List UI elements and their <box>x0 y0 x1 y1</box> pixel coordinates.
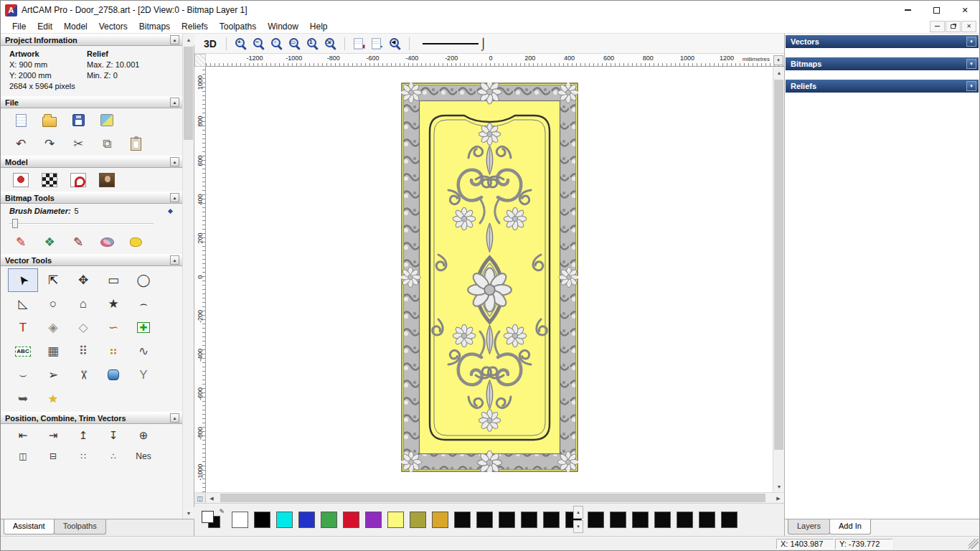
measure-icon[interactable]: ◇ <box>68 316 98 339</box>
bitmaps-panel-header[interactable]: Bitmaps ▼ <box>786 57 979 70</box>
create-polygon-icon[interactable]: ⌂ <box>68 292 98 316</box>
colour-swatch[interactable] <box>588 512 604 528</box>
colour-palette-icon[interactable] <box>97 233 117 252</box>
paint-selective-icon[interactable]: ❖ <box>39 233 60 252</box>
paste-along-curve-icon[interactable]: ⠶ <box>98 339 128 363</box>
colour-swatch[interactable] <box>721 512 738 528</box>
menu-toolpaths[interactable]: Toolpaths <box>214 20 262 33</box>
block-copy-icon[interactable]: ⠿ <box>68 339 98 363</box>
menu-edit[interactable]: Edit <box>32 20 58 33</box>
wrap-star-icon[interactable]: ★ <box>38 387 68 410</box>
scroll-down-button[interactable]: ▼ <box>183 507 194 519</box>
colour-swatch[interactable] <box>321 512 337 528</box>
text-on-curve-icon[interactable]: ∽ <box>98 316 128 339</box>
fit-spline-icon[interactable]: Y <box>128 363 159 387</box>
zoom-1to1-icon[interactable]: 1 <box>304 36 321 52</box>
align-right-icon[interactable]: ⇥ <box>38 425 68 445</box>
colour-swatch[interactable] <box>276 512 293 528</box>
slider-thumb[interactable] <box>12 219 18 228</box>
menu-model[interactable]: Model <box>58 20 93 33</box>
colour-swatch[interactable] <box>699 512 715 528</box>
vectors-panel-header[interactable]: Vectors ▼ <box>786 35 979 48</box>
canvas-horizontal-scrollbar[interactable]: ◀ ▶ <box>206 493 784 503</box>
colour-swatch[interactable] <box>632 512 649 528</box>
node-editing-icon[interactable]: ⇱ <box>38 268 68 292</box>
canvas-viewport[interactable] <box>206 67 773 492</box>
mdi-minimize-button[interactable] <box>930 21 945 32</box>
previous-layer-icon[interactable]: ◀ <box>351 36 367 52</box>
zoom-fit-icon[interactable]: ⇲ <box>322 36 339 52</box>
undo-icon[interactable]: ↶ <box>11 135 31 154</box>
collapse-section-button[interactable]: ▲ <box>170 255 179 265</box>
create-ellipse-icon[interactable]: ◯ <box>128 268 159 292</box>
trim-vectors-icon[interactable]: ✂ <box>68 363 98 387</box>
fit-arcs-icon[interactable]: ∿ <box>128 339 159 363</box>
sculpt-relief-icon[interactable] <box>68 171 88 189</box>
colour-swatch[interactable] <box>543 512 560 528</box>
scroll-up-button[interactable]: ▲ <box>773 67 785 78</box>
ruler-unit-dropdown[interactable]: ▼ <box>773 55 783 65</box>
menu-file[interactable]: File <box>6 20 32 33</box>
tab-add-in[interactable]: Add In <box>829 519 871 534</box>
menu-reliefs[interactable]: Reliefs <box>176 20 214 33</box>
zoom-in-icon[interactable]: + <box>232 36 249 52</box>
tab-assistant[interactable]: Assistant <box>4 519 55 534</box>
scrollbar-thumb[interactable] <box>220 494 765 502</box>
palette-up-button[interactable]: ▲ <box>573 506 583 519</box>
transform-vectors-icon[interactable]: ✥ <box>68 268 98 292</box>
align-bottom-icon[interactable]: ↧ <box>98 425 128 445</box>
align-left-icon[interactable]: ⇤ <box>8 425 38 445</box>
panel-dropdown-button[interactable]: ▼ <box>966 81 976 91</box>
zoom-object-icon[interactable]: ▫ <box>268 36 285 52</box>
adjust-model-icon[interactable] <box>11 171 31 189</box>
colour-swatch[interactable] <box>499 512 515 528</box>
snap-grid-icon[interactable]: ▦ <box>38 339 68 363</box>
view-split-button[interactable]: ◫ <box>194 493 206 504</box>
colour-swatch[interactable] <box>343 512 359 528</box>
create-circle-icon[interactable]: ○ <box>38 292 68 316</box>
previous-view-icon[interactable]: ◀ <box>387 36 403 52</box>
text-block-icon[interactable]: ABC <box>8 339 38 363</box>
save-model-icon[interactable] <box>68 111 88 130</box>
create-freehand-icon[interactable]: ◺ <box>8 292 38 316</box>
ruler-origin-button[interactable] <box>194 54 206 67</box>
colour-swatch[interactable] <box>476 512 493 528</box>
interpolate-icon[interactable] <box>98 363 128 387</box>
create-rectangle-icon[interactable]: ▭ <box>98 268 128 292</box>
panel-dropdown-button[interactable]: ▼ <box>966 59 976 69</box>
brush-diameter-slider[interactable] <box>9 217 154 229</box>
collapse-section-button[interactable]: ▲ <box>170 157 179 166</box>
align-top-icon[interactable]: ↥ <box>68 425 98 445</box>
close-button[interactable]: ✕ <box>951 1 979 19</box>
new-model-icon[interactable] <box>11 111 31 130</box>
scatter-copies-icon[interactable]: ∷ <box>68 446 98 466</box>
colour-swatch[interactable] <box>677 512 693 528</box>
array-copy-icon[interactable]: ∴ <box>98 446 128 466</box>
scrollbar-thumb[interactable] <box>774 80 783 450</box>
draw-icon[interactable]: ✎ <box>68 233 88 252</box>
paste-icon[interactable] <box>126 135 146 154</box>
colour-swatch[interactable] <box>365 512 382 528</box>
tab-toolpaths[interactable]: Toolpaths <box>54 519 106 534</box>
colour-swatch[interactable] <box>521 512 537 528</box>
colour-swatch[interactable] <box>654 512 671 528</box>
menu-bitmaps[interactable]: Bitmaps <box>133 20 176 33</box>
palette-down-button[interactable]: ▼ <box>573 520 583 533</box>
collapse-section-button[interactable]: ▲ <box>170 98 179 107</box>
colour-swatch[interactable] <box>410 512 426 528</box>
mirror-vectors-icon[interactable]: ➥ <box>8 387 38 410</box>
next-layer-icon[interactable]: ▶ <box>369 36 385 52</box>
greyscale-view-icon[interactable] <box>39 171 60 189</box>
scroll-up-button[interactable]: ▲ <box>183 34 194 45</box>
create-text-icon[interactable]: T <box>8 316 38 339</box>
flood-fill-icon[interactable] <box>126 233 146 252</box>
redo-icon[interactable]: ↷ <box>39 135 60 154</box>
paint-icon[interactable]: ✎ <box>11 233 31 252</box>
zoom-box-icon[interactable]: ▭ <box>286 36 303 52</box>
wrap-text-icon[interactable]: ◈ <box>38 316 68 339</box>
join-vectors-icon[interactable]: ➢ <box>38 363 68 387</box>
colour-swatch[interactable] <box>254 512 270 528</box>
load-image-icon[interactable] <box>97 171 117 189</box>
tab-layers[interactable]: Layers <box>788 519 830 534</box>
scroll-right-button[interactable]: ▶ <box>773 493 784 504</box>
